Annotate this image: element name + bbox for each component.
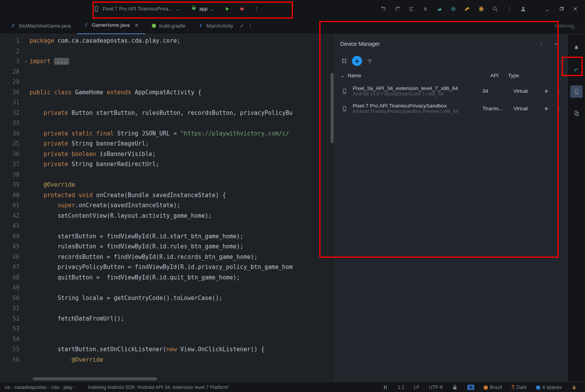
horizontal-scrollbar[interactable]: [0, 376, 334, 382]
line-number[interactable]: 53: [0, 324, 19, 334]
settings-icon[interactable]: ⋮: [503, 3, 515, 15]
debug-button[interactable]: [236, 3, 248, 15]
line-number[interactable]: 54: [0, 334, 19, 345]
indent-indicator[interactable]: 4 spaces: [533, 385, 565, 390]
panel-options-icon[interactable]: ⋮: [535, 38, 547, 50]
line-number[interactable]: 1: [0, 36, 19, 46]
app-quality-icon[interactable]: [475, 3, 487, 15]
device-more-icon[interactable]: ⋮: [556, 106, 562, 111]
line-number[interactable]: 45: [0, 241, 19, 252]
lock-icon[interactable]: [568, 384, 580, 390]
line-number[interactable]: 2: [0, 46, 19, 57]
breadcrumb-segment[interactable]: casadeapostas: [14, 385, 47, 390]
line-number[interactable]: 40: [0, 190, 19, 201]
editor-options-icon[interactable]: ⋮: [248, 23, 253, 29]
line-number[interactable]: 38: [0, 170, 19, 180]
breadcrumb-segment[interactable]: play: [63, 385, 72, 390]
line-number[interactable]: 43: [0, 221, 19, 231]
panel-minimize-icon[interactable]: [551, 38, 562, 50]
run-config-selector[interactable]: app ⌄: [187, 3, 218, 14]
readonly-icon[interactable]: [449, 384, 461, 390]
start-device-button[interactable]: [541, 88, 552, 94]
line-number[interactable]: 36: [0, 149, 19, 160]
code-line[interactable]: package com.ca.casadeapostas.cda.play.co…: [30, 36, 334, 46]
device-row[interactable]: Pixel 7 Pro API TiramisuPrivacySandboxAn…: [335, 100, 568, 117]
code-line[interactable]: fetchDataFromUrl();: [30, 314, 334, 324]
more-run-actions[interactable]: ⋮: [251, 3, 263, 15]
file-tab[interactable]: ⬢build.gradle: [145, 17, 192, 34]
line-number[interactable]: 32: [0, 108, 19, 118]
code-line[interactable]: [30, 97, 334, 108]
code-line[interactable]: [30, 303, 334, 314]
reformat-icon[interactable]: [406, 3, 417, 15]
user-icon[interactable]: [517, 3, 529, 15]
code-line[interactable]: [30, 118, 334, 128]
line-number[interactable]: 37: [0, 159, 19, 170]
grid-view-icon[interactable]: [340, 57, 348, 65]
file-encoding[interactable]: UTF-8: [426, 385, 446, 390]
file-tab[interactable]: JSlotMachineGame.java: [4, 17, 77, 34]
line-number[interactable]: 56: [0, 355, 19, 365]
build-icon[interactable]: [461, 3, 473, 15]
code-line[interactable]: privacyPolicyButton = findViewById(R.id.…: [30, 262, 334, 272]
undo-icon[interactable]: [378, 3, 389, 15]
code-line[interactable]: recordsButton = findViewById(R.id.record…: [30, 252, 334, 262]
line-number[interactable]: 49: [0, 283, 19, 293]
app-inspection-icon[interactable]: [447, 3, 459, 15]
code-line[interactable]: [30, 334, 334, 345]
breadcrumb-segment[interactable]: ca: [5, 385, 10, 390]
line-number[interactable]: 3: [0, 56, 19, 67]
attach-debugger-icon[interactable]: [420, 3, 431, 15]
code-line[interactable]: [30, 46, 334, 57]
start-device-button[interactable]: [541, 106, 552, 112]
line-number[interactable]: 48: [0, 272, 19, 283]
line-number[interactable]: 28: [0, 67, 19, 77]
code-line[interactable]: rulesButton = findViewById(R.id.rules_bt…: [30, 241, 334, 252]
run-button[interactable]: [221, 3, 233, 15]
code-line[interactable]: quitButton = findViewById(R.id.quit_btn_…: [30, 272, 334, 283]
gradle-icon[interactable]: [570, 64, 583, 76]
code-line[interactable]: [30, 170, 334, 180]
code-line[interactable]: protected void onCreate(Bundle savedInst…: [30, 190, 334, 201]
code-line[interactable]: String locale = getCountryCode().toLower…: [30, 293, 334, 304]
code-line[interactable]: private static final String JSON_URL = "…: [30, 128, 334, 139]
line-number[interactable]: 52: [0, 314, 19, 324]
line-number[interactable]: 51: [0, 303, 19, 314]
code-line[interactable]: [30, 283, 334, 293]
close-icon[interactable]: [569, 3, 581, 15]
code-line[interactable]: @Override: [30, 355, 334, 365]
code-line[interactable]: super.onCreate(savedInstanceState);: [30, 200, 334, 211]
code-line[interactable]: import ...: [30, 56, 334, 67]
device-manager-tool-icon[interactable]: [570, 85, 583, 98]
chevron-down-icon[interactable]: ⌄: [340, 73, 345, 78]
line-separator[interactable]: LF: [411, 385, 423, 390]
caret-position[interactable]: 1:1: [395, 385, 407, 390]
file-tab[interactable]: JGameHome.java✕: [77, 17, 145, 35]
redo-icon[interactable]: [392, 3, 403, 15]
line-number[interactable]: 34: [0, 128, 19, 139]
line-number[interactable]: 50: [0, 293, 19, 304]
line-number[interactable]: 33: [0, 118, 19, 128]
line-number[interactable]: 46: [0, 252, 19, 262]
line-number[interactable]: 30: [0, 87, 19, 98]
minimize-icon[interactable]: [541, 3, 553, 15]
expand-editor-icon[interactable]: ⤢: [240, 23, 244, 29]
restore-icon[interactable]: [555, 3, 567, 15]
code-line[interactable]: private String bannerImageUrl;: [30, 139, 334, 149]
device-selector[interactable]: Pixel 7 Pro API TiramisuPriva... ⌄: [89, 4, 184, 14]
fold-marker-icon[interactable]: ›: [24, 56, 30, 67]
search-icon[interactable]: [489, 3, 501, 15]
notifications-icon[interactable]: [570, 42, 583, 54]
line-number[interactable]: 42: [0, 211, 19, 221]
pause-indexing-icon[interactable]: [379, 384, 392, 390]
line-number[interactable]: 31: [0, 97, 19, 108]
running-devices-icon[interactable]: [570, 107, 583, 120]
add-device-button[interactable]: ＋: [352, 56, 362, 66]
line-number[interactable]: 47: [0, 262, 19, 272]
code-line[interactable]: [30, 324, 334, 334]
device-row[interactable]: Pixel_3a_API_34_extension_level_7_x86_64…: [335, 82, 568, 100]
theme-indicator[interactable]: ᛖDark: [508, 385, 530, 390]
line-number[interactable]: 29: [0, 77, 19, 87]
breadcrumb-segment[interactable]: cda: [51, 385, 59, 390]
wifi-icon[interactable]: [366, 57, 374, 65]
